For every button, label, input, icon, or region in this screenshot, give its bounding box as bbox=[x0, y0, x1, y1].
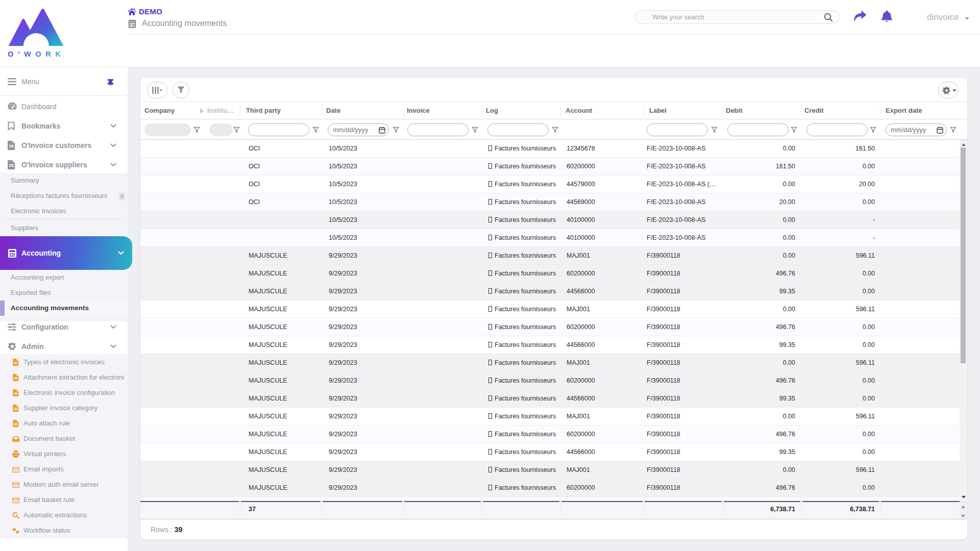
svg-text:O'WORK: O'WORK bbox=[8, 50, 65, 58]
